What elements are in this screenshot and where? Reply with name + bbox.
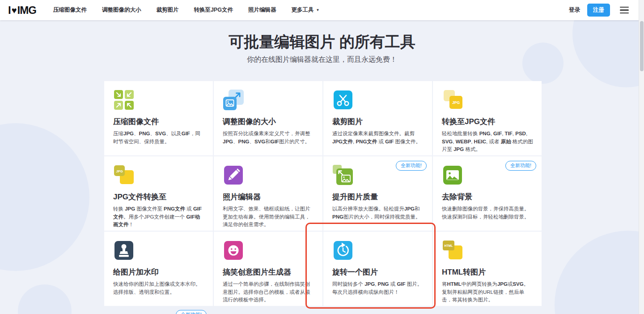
stamp-watermark-icon <box>113 240 135 261</box>
tool-description: 快速给你的图片加上图像或文本水印。选择排版、透明度和位置。 <box>113 280 205 297</box>
html-file-icon: HTML <box>442 240 463 261</box>
pencil-edit-icon <box>223 164 244 186</box>
tool-card-convert-from-jpg[interactable]: JPG JPG文件转换至 转换 JPG 图像文件至 PNG文件 或 GIF文件。… <box>104 156 213 231</box>
vertical-scrollbar[interactable] <box>639 0 644 314</box>
svg-text:JPG: JPG <box>116 169 123 173</box>
tool-description: 通过设定像素来裁剪图像文件。裁剪 JPG文件, PNG文件 或 GIF 图像文件… <box>332 130 424 146</box>
tool-description: 通过一个简单的步骤，在线制作搞笑创意图片。选择你自己的模板，或者从最流行的模板中… <box>223 280 314 304</box>
tool-title: 照片编辑器 <box>223 192 314 202</box>
top-navbar: I ♥ IMG 压缩图像文件 调整图像的大小 裁剪图片 转换至JPG文件 照片编… <box>0 0 644 20</box>
jpg-convert-icon: JPG <box>113 164 135 186</box>
tool-title: 给图片加水印 <box>113 267 205 277</box>
meme-smiley-icon <box>223 240 244 261</box>
tool-card-upscale-image[interactable]: 全新功能! 提升图片质量 以高分辨率放大图像。轻松提升JPG和PNG图片的大小，… <box>323 156 432 231</box>
nav-item-compress-image[interactable]: 压缩图像文件 <box>53 6 87 14</box>
tool-card-remove-background[interactable]: 全新功能! 去除背景 快速删除图像的背景，并保持高质量。快速探测到目标，并轻松地… <box>433 156 542 231</box>
tool-title: 搞笑创意图片生成器 <box>223 267 314 277</box>
background-decoration-circle <box>555 231 644 314</box>
tool-description: 轻松地批量转换 PNG, GIF, TIF, PSD, SVG, WEBP, H… <box>442 130 534 154</box>
tool-title: JPG文件转换至 <box>113 192 205 202</box>
logo-text-i: I <box>8 5 11 16</box>
nav-item-photo-editor[interactable]: 照片编辑器 <box>248 6 276 14</box>
rotate-image-icon <box>332 240 354 261</box>
navbar-actions: 登录 注册 <box>569 4 636 17</box>
hamburger-menu-icon[interactable] <box>620 7 629 14</box>
tool-card-compress-image[interactable]: 压缩图像文件 压缩JPG、PNG、SVG、以及GIF，同时节省空间、保持质量。 <box>104 81 213 155</box>
tool-description: 将HTML中的网页转换为JPG或SVG。复制并粘贴网页的URL链接，然后单击，将… <box>442 280 534 304</box>
nav-item-label: 裁剪图片 <box>156 6 178 14</box>
tool-title: 压缩图像文件 <box>113 116 205 127</box>
nav-item-label: 压缩图像文件 <box>53 6 87 14</box>
tool-title: 去除背景 <box>442 192 534 202</box>
tool-card-resize-image[interactable]: 调整图像的大小 按照百分比或像素来定义尺寸，并调整 JPG、PNG、SVG和GI… <box>214 81 322 155</box>
new-feature-badge: 全新功能! <box>505 161 536 171</box>
tool-description: 利用文字、效果、镜框或贴纸，让图片更加生动有趣。使用简便的编辑工具，满足你的创意… <box>223 205 314 229</box>
site-logo[interactable]: I ♥ IMG <box>8 5 36 16</box>
tool-description: 同时旋转多个 JPG, PNG 或 GIF 图片。每次只选择横向或纵向图片！ <box>332 280 424 297</box>
main-navigation: 压缩图像文件 调整图像的大小 裁剪图片 转换至JPG文件 照片编辑器 更多工具 … <box>53 6 319 14</box>
svg-text:JPG: JPG <box>452 100 460 104</box>
nav-item-label: 照片编辑器 <box>248 6 276 14</box>
heart-icon: ♥ <box>12 6 17 15</box>
tool-title: 转换至JPG文件 <box>442 116 534 127</box>
register-button[interactable]: 注册 <box>587 4 610 17</box>
background-decoration-circle <box>572 20 644 87</box>
tool-card-rotate-image[interactable]: 旋转一个图片 同时旋转多个 JPG, PNG 或 GIF 图片。每次只选择横向或… <box>323 232 432 306</box>
compress-image-icon <box>113 89 135 111</box>
remove-background-icon <box>442 164 463 186</box>
page-subtitle: 你的在线图片编辑器就在这里，而且永远免费！ <box>0 55 644 65</box>
upscale-image-icon <box>332 164 354 186</box>
tool-title: 旋转一个图片 <box>332 267 424 277</box>
tool-title: 裁剪图片 <box>332 116 424 127</box>
chevron-down-icon: ▼ <box>316 8 319 12</box>
background-decoration-circle <box>0 123 89 271</box>
main-content: 可批量编辑图片 的所有工具 你的在线图片编辑器就在这里，而且永远免费！ <box>0 20 644 314</box>
page-title: 可批量编辑图片 的所有工具 <box>0 33 644 51</box>
nav-item-label: 调整图像的大小 <box>102 6 141 14</box>
tool-card-crop-image[interactable]: 裁剪图片 通过设定像素来裁剪图像文件。裁剪 JPG文件, PNG文件 或 GIF… <box>323 81 432 155</box>
tool-card-photo-editor[interactable]: 照片编辑器 利用文字、效果、镜框或贴纸，让图片更加生动有趣。使用简便的编辑工具，… <box>214 156 322 231</box>
tool-title: 提升图片质量 <box>332 192 424 202</box>
jpg-file-icon: JPG <box>442 89 463 111</box>
nav-item-convert-to-jpg[interactable]: 转换至JPG文件 <box>194 6 233 14</box>
tool-description: 转换 JPG 图像文件至 PNG文件 或 GIF文件。用多个JPG文件创建一个 … <box>113 205 205 229</box>
tool-card-meme-generator[interactable]: 搞笑创意图片生成器 通过一个简单的步骤，在线制作搞笑创意图片。选择你自己的模板，… <box>214 232 322 306</box>
tool-description: 以高分辨率放大图像。轻松提升JPG和PNG图片的大小，同时保持视觉质量。 <box>332 205 424 221</box>
nav-item-crop-image[interactable]: 裁剪图片 <box>156 6 178 14</box>
tools-grid: 压缩图像文件 压缩JPG、PNG、SVG、以及GIF，同时节省空间、保持质量。 … <box>104 81 540 306</box>
svg-text:HTML: HTML <box>445 244 453 247</box>
tool-description: 压缩JPG、PNG、SVG、以及GIF，同时节省空间、保持质量。 <box>113 130 205 146</box>
tool-card-convert-to-jpg[interactable]: JPG 转换至JPG文件 轻松地批量转换 PNG, GIF, TIF, PSD,… <box>433 81 542 155</box>
tool-description: 按照百分比或像素来定义尺寸，并调整 JPG、PNG、SVG和GIF图片的尺寸。 <box>223 130 314 146</box>
nav-item-resize-image[interactable]: 调整图像的大小 <box>102 6 141 14</box>
logo-text-img: IMG <box>17 5 36 16</box>
nav-item-more-tools[interactable]: 更多工具 ▼ <box>291 6 319 14</box>
tool-description: 快速删除图像的背景，并保持高质量。快速探测到目标，并轻松地删除背景。 <box>442 205 534 221</box>
background-decoration-circle <box>18 284 72 314</box>
scrollbar-thumb[interactable] <box>640 21 644 71</box>
nav-item-label: 更多工具 <box>291 6 314 14</box>
new-feature-badge: 全新功能! <box>396 161 427 171</box>
crop-scissors-icon <box>332 89 354 111</box>
nav-item-label: 转换至JPG文件 <box>194 6 233 14</box>
tool-card-watermark-image[interactable]: 给图片加水印 快速给你的图片加上图像或文本水印。选择排版、透明度和位置。 <box>104 232 213 306</box>
tool-card-html-to-image[interactable]: HTML HTML转图片 将HTML中的网页转换为JPG或SVG。复制并粘贴网页… <box>433 232 542 306</box>
new-feature-badge-partial: 全新功能! <box>176 310 207 314</box>
resize-image-icon <box>223 89 244 111</box>
login-link[interactable]: 登录 <box>569 6 580 14</box>
tool-title: 调整图像的大小 <box>223 116 314 127</box>
tool-title: HTML转图片 <box>442 267 534 277</box>
